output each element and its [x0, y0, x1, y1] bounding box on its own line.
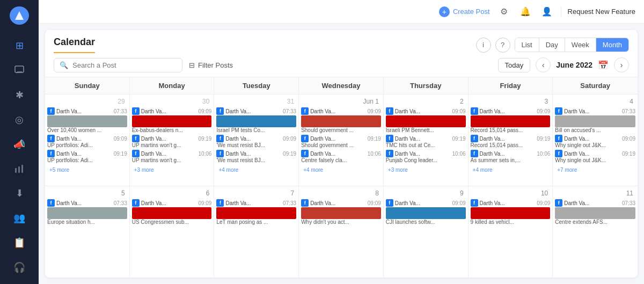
search-input[interactable]: [72, 61, 177, 69]
post-block[interactable]: fDarth Va...10:06 UP martins won't g...: [132, 150, 212, 163]
sidebar-item-dashboard[interactable]: ⊞: [9, 35, 30, 56]
date-31: 31: [216, 97, 296, 106]
search-box[interactable]: 🔍: [54, 58, 182, 72]
sidebar-item-messages[interactable]: [9, 60, 30, 81]
calendar-picker-icon[interactable]: 📅: [598, 60, 609, 70]
user-icon[interactable]: 👤: [539, 4, 554, 19]
post-block[interactable]: fDarth Va...07:33 Over 10,400 women ...: [47, 107, 127, 133]
post-block[interactable]: fDarth Va...09:19 UP martins won't g...: [132, 135, 212, 148]
post-title: Punjab Cong leader...: [386, 157, 466, 163]
post-block[interactable]: fDarth Va...09:09 Ex-babus-dealers n...: [132, 107, 212, 133]
fb-icon: f: [216, 135, 224, 142]
request-feature-button[interactable]: Request New Feature: [568, 8, 635, 16]
post-time: 07:33: [114, 108, 127, 114]
post-block[interactable]: fDarth Va...09:09 Israeli PM Bennett...: [386, 107, 466, 133]
next-month-button[interactable]: ›: [614, 57, 629, 72]
post-block[interactable]: fDarth Va...09:09 'We must resist BJ...: [216, 135, 296, 148]
sidebar-item-download[interactable]: ⬇: [9, 183, 30, 203]
post-block[interactable]: fDarth Va...09:19 UP portfolios: Adi...: [47, 150, 127, 163]
sidebar-item-team[interactable]: 👥: [9, 208, 30, 228]
post-block[interactable]: fDarth Va...10:06 Centre falsely cla...: [301, 150, 381, 163]
post-block[interactable]: fDarth Va...09:09 Should government ...: [301, 107, 381, 133]
sidebar-item-publish[interactable]: ◎: [9, 110, 30, 130]
more-link[interactable]: +3 more: [386, 166, 466, 174]
post-title: Why single out J&K...: [555, 157, 635, 163]
more-link[interactable]: +4 more: [216, 166, 296, 174]
cell-jun-9: 9 fDarth Va...09:09 CJI launches softw..…: [384, 186, 469, 278]
date-11: 11: [555, 188, 635, 198]
post-block[interactable]: fDarth Va...09:09 Why single out J&K...: [555, 135, 635, 148]
cell-jun-2: 2 fDarth Va...09:09 Israeli PM Bennett..…: [384, 94, 469, 186]
filter-icon: ⊟: [189, 61, 195, 69]
list-view-button[interactable]: List: [515, 38, 539, 52]
sidebar-item-reports[interactable]: [9, 159, 30, 179]
more-link[interactable]: +7 more: [555, 166, 635, 174]
post-name: Darth Va...: [480, 108, 536, 114]
fb-icon: f: [47, 135, 55, 142]
more-link[interactable]: +3 more: [132, 166, 212, 174]
fb-icon: f: [555, 199, 562, 207]
post-block[interactable]: fDarth Va...09:09 UP portfolios: Adi...: [47, 135, 127, 148]
view-buttons: List Day Week Month: [515, 38, 630, 52]
post-title: TMC hits out at Ce...: [386, 142, 466, 148]
date-6: 6: [132, 188, 212, 198]
post-name: Darth Va...: [564, 151, 620, 157]
post-time: 10:06: [368, 151, 381, 157]
post-time: 09:09: [452, 200, 466, 206]
post-block[interactable]: fDarth Va...09:09 CJI launches softw...: [386, 199, 466, 225]
more-link[interactable]: +5 more: [47, 166, 127, 174]
post-name: Darth Va...: [225, 136, 281, 142]
post-title: LeT man posing as ...: [216, 219, 296, 225]
post-thumb: [301, 115, 381, 127]
post-thumb: [301, 207, 381, 219]
post-block[interactable]: fDarth Va...07:33 Europe situation h...: [47, 199, 127, 225]
day-friday: Friday: [469, 77, 553, 94]
fb-icon: f: [301, 107, 309, 115]
post-block[interactable]: fDarth Va...07:33 Bill on accused's ...: [555, 107, 635, 133]
post-time: 09:09: [537, 108, 550, 114]
post-block[interactable]: fDarth Va...09:19 'We must resist BJ...: [216, 150, 296, 163]
sidebar-item-campaigns[interactable]: 📣: [9, 134, 30, 155]
more-link[interactable]: +4 more: [301, 166, 381, 174]
post-block[interactable]: fDarth Va...07:33 Centre extends AFS...: [555, 199, 635, 225]
post-block[interactable]: fDarth Va...09:09 9 killed as vehicl...: [471, 199, 551, 225]
info-icon[interactable]: i: [476, 38, 491, 53]
post-thumb: [132, 115, 212, 127]
post-block[interactable]: fDarth Va...09:09 Record 15,014 pass...: [471, 107, 551, 133]
notifications-icon[interactable]: 🔔: [518, 4, 533, 19]
cell-jun-6: 6 fDarth Va...09:09 US Congressmen sub..…: [130, 186, 215, 278]
sidebar-item-analytics[interactable]: ✱: [9, 85, 30, 105]
week-view-button[interactable]: Week: [565, 38, 596, 52]
post-block[interactable]: fDarth Va...09:19 Record 15,014 pass...: [471, 135, 551, 148]
settings-icon[interactable]: ⚙: [496, 4, 511, 19]
day-view-button[interactable]: Day: [539, 38, 565, 52]
sidebar-item-support[interactable]: 🎧: [9, 257, 30, 278]
today-button[interactable]: Today: [498, 58, 531, 72]
fb-icon: f: [301, 135, 309, 142]
sidebar-logo[interactable]: [10, 6, 29, 25]
post-block[interactable]: fDarth Va...10:06 As summer sets in,...: [471, 150, 551, 163]
post-block[interactable]: fDarth Va...09:19 Why single out J&K...: [555, 150, 635, 163]
post-title: Ex-babus-dealers n...: [132, 127, 212, 133]
more-link[interactable]: +4 more: [471, 166, 551, 174]
post-block[interactable]: fDarth Va...09:09 Why didn't you act...: [301, 199, 381, 225]
prev-month-button[interactable]: ‹: [536, 57, 551, 72]
sidebar-item-content[interactable]: 📋: [9, 232, 30, 253]
help-icon[interactable]: ?: [495, 38, 510, 53]
day-monday: Monday: [130, 77, 215, 94]
create-post-button[interactable]: + Create Post: [439, 6, 490, 17]
post-time: 09:09: [452, 108, 466, 114]
filter-button[interactable]: ⊟ Filter Posts: [189, 61, 233, 69]
post-block[interactable]: fDarth Va...07:33 LeT man posing as ...: [216, 199, 296, 225]
post-block[interactable]: fDarth Va...07:33 Israel PM tests Co...: [216, 107, 296, 133]
post-block[interactable]: fDarth Va...10:06 Punjab Cong leader...: [386, 150, 466, 163]
fb-icon: f: [216, 199, 224, 207]
post-block[interactable]: fDarth Va...09:09 US Congressmen sub...: [132, 199, 212, 225]
fb-icon: f: [555, 107, 562, 115]
post-title: Record 15,014 pass...: [471, 127, 551, 133]
post-time: 09:19: [622, 151, 635, 157]
post-block[interactable]: fDarth Va...09:19 TMC hits out at Ce...: [386, 135, 466, 148]
post-time: 07:33: [283, 200, 296, 206]
month-view-button[interactable]: Month: [596, 38, 628, 52]
post-block[interactable]: fDarth Va...09:19 Should government ...: [301, 135, 381, 148]
